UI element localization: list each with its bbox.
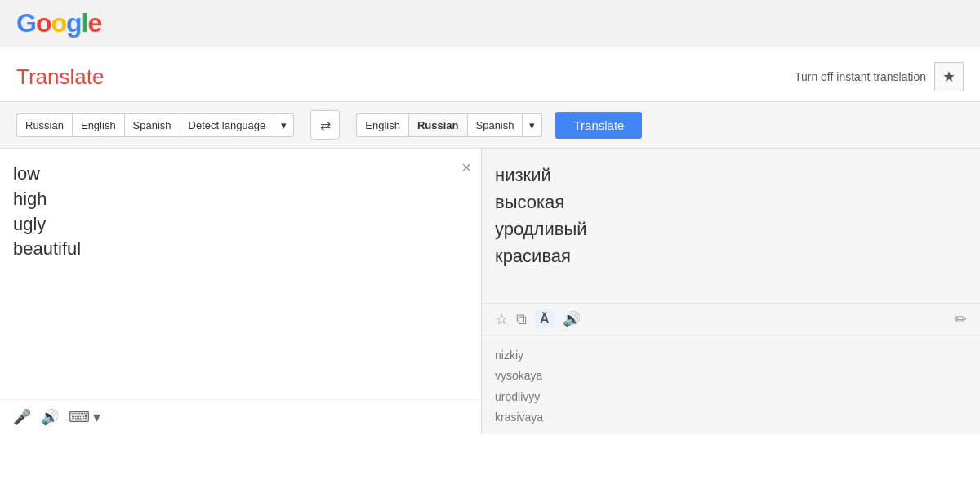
logo-o2: o: [51, 8, 66, 38]
logo-g2: g: [66, 8, 82, 38]
translate-button[interactable]: Translate: [555, 112, 642, 139]
copy-icon[interactable]: ⧉: [516, 311, 527, 328]
instant-translation-label: Turn off instant translation: [795, 70, 926, 83]
source-lang-russian[interactable]: Russian: [16, 113, 72, 137]
source-lang-spanish[interactable]: Spanish: [124, 113, 180, 137]
title-bar: Translate Turn off instant translation ★: [0, 47, 980, 102]
title-right: Turn off instant translation ★: [795, 62, 964, 91]
toolbar: Russian English Spanish Detect language …: [0, 102, 980, 149]
target-star-icon[interactable]: ☆: [495, 310, 508, 328]
target-lang-bar: English Russian Spanish ▾: [356, 113, 542, 137]
page-title: Translate: [16, 64, 104, 90]
target-toolbar: ☆ ⧉ Ä 🔊 ✏: [482, 303, 980, 335]
source-lang-bar: Russian English Spanish Detect language …: [16, 113, 294, 137]
source-speaker-icon[interactable]: 🔊: [41, 408, 59, 426]
keyboard-icon: ⌨: [69, 408, 90, 426]
microphone-icon[interactable]: 🎤: [13, 408, 31, 426]
target-lang-dropdown[interactable]: ▾: [522, 113, 542, 137]
source-lang-dropdown[interactable]: ▾: [274, 113, 294, 137]
main-content: low high ugly beautiful × 🎤 🔊 ⌨ ▾ низкий…: [0, 149, 980, 434]
swap-button[interactable]: ⇄: [310, 110, 340, 140]
translation-output: низкий высокая уродливый красивая: [482, 149, 980, 303]
romanized-text: nizkiy vysokaya urodlivyy krasivaya: [482, 335, 980, 434]
target-lang-russian[interactable]: Russian: [408, 113, 467, 137]
target-panel: низкий высокая уродливый красивая ☆ ⧉ Ä …: [482, 149, 980, 434]
source-lang-english[interactable]: English: [72, 113, 124, 137]
font-icon[interactable]: Ä: [535, 310, 555, 328]
source-panel: low high ugly beautiful × 🎤 🔊 ⌨ ▾: [0, 149, 482, 434]
header: Google: [0, 0, 980, 47]
google-logo: Google: [16, 8, 101, 38]
source-input[interactable]: low high ugly beautiful: [0, 149, 481, 328]
keyboard-button[interactable]: ⌨ ▾: [69, 408, 100, 426]
target-speaker-icon[interactable]: 🔊: [563, 310, 581, 328]
target-lang-english[interactable]: English: [356, 113, 408, 137]
logo-o1: o: [36, 8, 51, 38]
clear-button[interactable]: ×: [461, 158, 471, 177]
target-lang-spanish[interactable]: Spanish: [467, 113, 523, 137]
source-lang-detect[interactable]: Detect language: [180, 113, 274, 137]
edit-icon[interactable]: ✏: [955, 310, 967, 328]
logo-g: G: [16, 8, 36, 38]
source-toolbar: 🎤 🔊 ⌨ ▾: [0, 399, 481, 434]
source-textarea-container: low high ugly beautiful ×: [0, 149, 481, 399]
star-button[interactable]: ★: [934, 62, 964, 91]
keyboard-dropdown-icon: ▾: [93, 408, 100, 426]
logo-e: e: [87, 8, 101, 38]
